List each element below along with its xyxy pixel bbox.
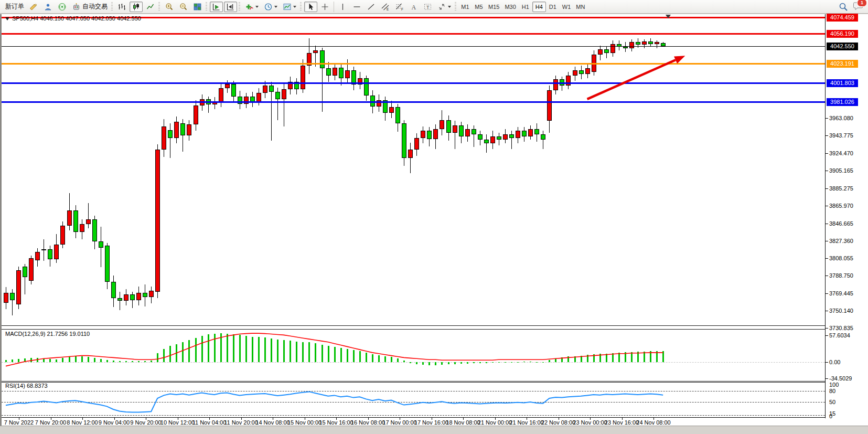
autotrading-button[interactable]: 自动交易	[70, 2, 110, 12]
price-level-line[interactable]	[2, 101, 825, 103]
macd-histogram-bar	[460, 362, 462, 364]
time-axis-tickmark	[241, 418, 242, 420]
candle	[648, 41, 653, 44]
trendline-button[interactable]	[365, 2, 378, 12]
price-level-line[interactable]	[2, 33, 825, 35]
macd-histogram-bar	[530, 362, 531, 362]
indicators-button[interactable]	[243, 2, 261, 12]
crosshair-button[interactable]	[318, 2, 331, 12]
candlestick-icon	[132, 3, 141, 11]
price-axis-tick: 3924.470	[829, 150, 853, 156]
timeframe-M5[interactable]: M5	[472, 2, 486, 12]
notifications-button[interactable]: 1	[853, 1, 864, 13]
macd-histogram-bar	[467, 362, 468, 364]
equidistant-channel-button[interactable]: E	[379, 2, 392, 12]
chart-window[interactable]: SP500,H4 4046.150 4047.050 4042.050 4042…	[0, 14, 868, 426]
pane-splitter-macd[interactable]	[2, 325, 825, 330]
bar-chart-button[interactable]	[115, 2, 128, 12]
vertical-line-button[interactable]	[336, 2, 349, 12]
candle	[484, 140, 489, 143]
candle	[516, 131, 520, 138]
zoom-in-button[interactable]	[163, 2, 176, 12]
timeframe-MN[interactable]: MN	[573, 2, 587, 12]
fibonacci-button[interactable]: F	[393, 2, 406, 12]
candle	[395, 107, 400, 123]
rsi-axis-tick: 0	[829, 413, 832, 419]
horizontal-line-button[interactable]	[350, 2, 363, 12]
text-button[interactable]: A	[407, 2, 420, 12]
main-toolbar: 新订单 自动交易	[0, 0, 868, 14]
macd-histogram-bar	[252, 337, 253, 362]
macd-histogram-bar	[587, 355, 588, 362]
notification-badge: 1	[857, 0, 867, 7]
chart-shift-button[interactable]	[224, 2, 237, 12]
alert-horn-button[interactable]	[27, 2, 40, 12]
autoscroll-button[interactable]	[210, 2, 223, 12]
price-badge: 4042.550	[827, 43, 858, 50]
macd-histogram-bar	[322, 345, 323, 362]
price-axis-tick: 3730.835	[829, 325, 853, 331]
time-axis-label: 9 Nov 04:00	[99, 419, 130, 426]
candle	[124, 294, 128, 301]
candle	[333, 68, 337, 76]
community-button[interactable]	[41, 2, 55, 12]
candle	[433, 129, 438, 139]
macd-histogram-bar	[486, 362, 487, 363]
rsi-label: RSI(14) 68.8373	[5, 383, 48, 389]
line-chart-button[interactable]	[144, 2, 157, 12]
rsi-level-line	[2, 402, 825, 403]
trendline-icon	[367, 3, 376, 11]
macd-histogram-bar	[88, 357, 89, 362]
candle	[67, 210, 72, 226]
pane-splitter-rsi[interactable]	[2, 381, 825, 383]
timeframe-H4[interactable]: H4	[532, 2, 546, 12]
price-axis-tickmark	[826, 276, 828, 276]
time-axis-label: 22 Nov 08:00	[541, 419, 575, 426]
macd-histogram-bar	[151, 361, 152, 362]
candle	[642, 41, 647, 45]
new-order-label: 新订单	[5, 2, 24, 11]
candle	[573, 70, 577, 76]
trend-arrow-line[interactable]	[587, 60, 676, 99]
timeframe-H1[interactable]: H1	[519, 2, 532, 12]
timeframe-M15[interactable]: M15	[486, 2, 502, 12]
timeframe-W1[interactable]: W1	[560, 2, 574, 12]
macd-histogram-bar	[245, 336, 247, 362]
text-label-button[interactable]: T	[421, 2, 434, 12]
macd-histogram-bar	[606, 354, 607, 362]
time-axis-label: 7 Nov 20:00	[35, 419, 66, 426]
rsi-level-line	[2, 415, 825, 416]
macd-histogram-bar	[227, 334, 228, 362]
chart-shift-marker-icon[interactable]	[666, 15, 671, 18]
macd-histogram-bar	[359, 351, 361, 362]
timeframe-M1[interactable]: M1	[458, 2, 472, 12]
zoom-out-button[interactable]	[177, 2, 190, 12]
candlestick-chart-button[interactable]	[130, 2, 143, 12]
time-axis-tickmark	[400, 418, 400, 420]
time-axis-tickmark	[463, 418, 464, 420]
dropdown-caret-icon	[255, 6, 259, 8]
tile-windows-button[interactable]	[191, 2, 204, 12]
signals-button[interactable]	[56, 2, 69, 12]
timeframe-M30[interactable]: M30	[502, 2, 518, 12]
candle	[4, 293, 8, 303]
templates-button[interactable]	[281, 2, 298, 12]
macd-histogram-bar	[308, 342, 310, 362]
candle	[41, 249, 46, 250]
time-axis-label: 15 Nov 16:00	[319, 419, 353, 426]
ohlc-bars-icon	[117, 3, 126, 11]
macd-histogram-bar	[81, 356, 83, 362]
search-icon[interactable]	[839, 2, 848, 12]
new-order-button[interactable]: 新订单	[2, 2, 26, 12]
price-level-line[interactable]	[2, 63, 825, 65]
periods-button[interactable]	[262, 2, 280, 12]
timeframe-D1[interactable]: D1	[546, 2, 560, 12]
candle	[269, 86, 274, 92]
arrows-shapes-button[interactable]	[435, 2, 453, 12]
price-level-line[interactable]	[2, 46, 825, 47]
macd-histogram-bar	[113, 361, 114, 362]
price-level-line[interactable]	[2, 82, 825, 84]
cursor-button[interactable]	[304, 2, 317, 12]
time-axis-label: 23 Nov 16:00	[605, 419, 639, 426]
macd-histogram-bar	[201, 336, 203, 362]
